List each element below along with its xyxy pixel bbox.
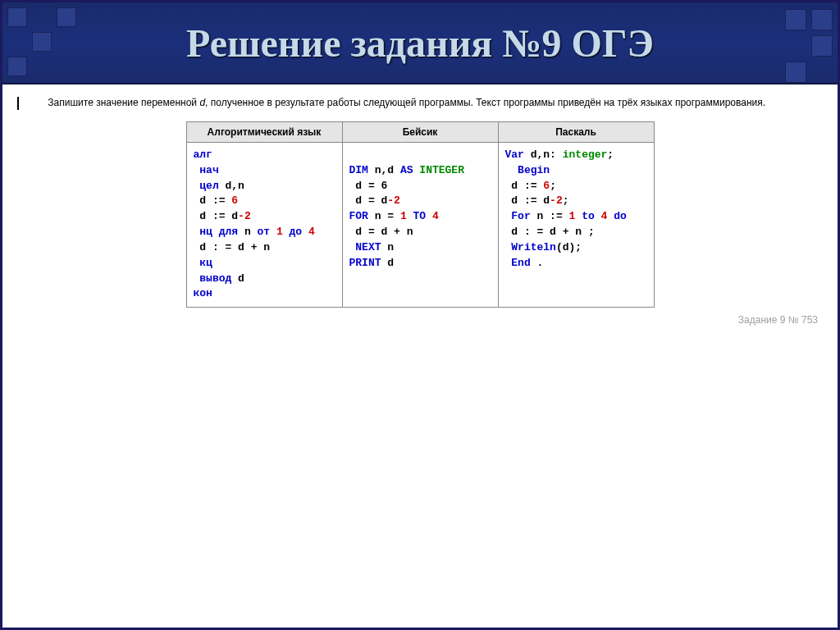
prompt-text-2: , полученное в результате работы следующ…: [205, 97, 765, 108]
slide-title: Решение задания №9 ОГЭ: [186, 21, 654, 66]
text-cursor: [17, 97, 19, 110]
deco-squares-left: [7, 7, 76, 76]
deco-squares-right: [785, 9, 833, 83]
col-header-alg: Алгоритмический язык: [186, 121, 342, 142]
col-header-pascal: Паскаль: [498, 121, 654, 142]
cell-pascal: Var d,n: integer; Begin d := 6; d := d-2…: [498, 142, 654, 307]
cell-basic: DIM n,d AS INTEGER d = 6 d = d-2 FOR n =…: [342, 142, 498, 307]
code-table: Алгоритмический язык Бейсик Паскаль алг …: [186, 121, 655, 308]
slide-frame: Решение задания №9 ОГЭ Запишите значение…: [0, 0, 840, 630]
task-prompt: Запишите значение переменной d, полученн…: [17, 96, 823, 110]
prompt-text-1: Запишите значение переменной: [48, 97, 199, 108]
task-id-label: Задание 9 № 753: [17, 314, 823, 326]
slide-content: Запишите значение переменной d, полученн…: [2, 84, 838, 326]
col-header-basic: Бейсик: [342, 121, 498, 142]
cell-alg: алг нач цел d,n d := 6 d := d-2 нц для n…: [186, 142, 342, 307]
slide-header: Решение задания №9 ОГЭ: [2, 2, 838, 84]
